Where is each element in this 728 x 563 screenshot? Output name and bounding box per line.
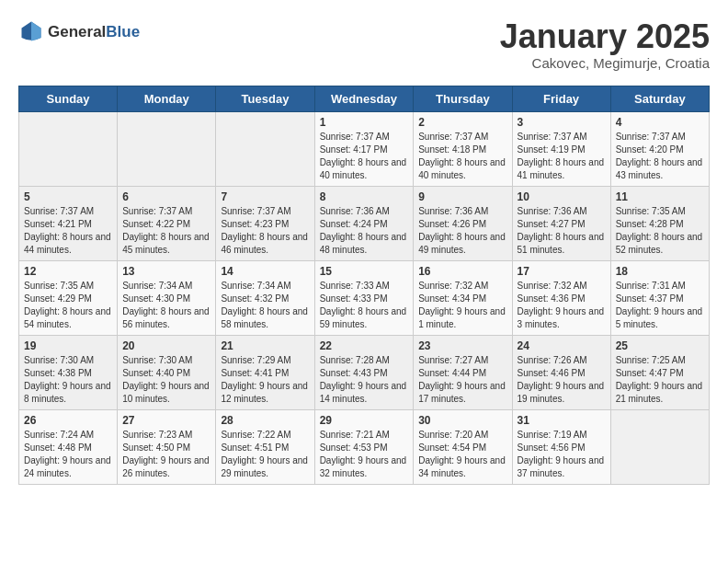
calendar-cell: 13Sunrise: 7:34 AM Sunset: 4:30 PM Dayli… xyxy=(118,260,216,335)
day-number: 10 xyxy=(518,190,606,203)
calendar-table: SundayMondayTuesdayWednesdayThursdayFrid… xyxy=(18,86,710,485)
day-info: Sunrise: 7:23 AM Sunset: 4:50 PM Dayligh… xyxy=(122,429,210,480)
day-number: 27 xyxy=(122,414,210,427)
calendar-cell: 9Sunrise: 7:36 AM Sunset: 4:26 PM Daylig… xyxy=(414,186,512,260)
calendar-subtitle: Cakovec, Megimurje, Croatia xyxy=(500,55,710,71)
day-info: Sunrise: 7:19 AM Sunset: 4:56 PM Dayligh… xyxy=(518,429,606,480)
day-info: Sunrise: 7:37 AM Sunset: 4:21 PM Dayligh… xyxy=(24,205,112,257)
logo-blue-text: Blue xyxy=(106,23,140,40)
calendar-cell xyxy=(19,111,118,186)
day-number: 1 xyxy=(320,116,409,129)
day-info: Sunrise: 7:21 AM Sunset: 4:53 PM Dayligh… xyxy=(320,429,409,480)
week-row-5: 26Sunrise: 7:24 AM Sunset: 4:48 PM Dayli… xyxy=(19,409,710,484)
weekday-header-tuesday: Tuesday xyxy=(216,86,314,111)
day-number: 24 xyxy=(518,339,606,352)
day-number: 8 xyxy=(320,190,409,203)
logo-icon xyxy=(18,18,44,44)
day-info: Sunrise: 7:30 AM Sunset: 4:38 PM Dayligh… xyxy=(24,354,112,406)
day-info: Sunrise: 7:34 AM Sunset: 4:32 PM Dayligh… xyxy=(221,280,309,331)
day-info: Sunrise: 7:30 AM Sunset: 4:40 PM Dayligh… xyxy=(122,354,210,406)
title-block: January 2025 Cakovec, Megimurje, Croatia xyxy=(500,18,710,71)
day-info: Sunrise: 7:24 AM Sunset: 4:48 PM Dayligh… xyxy=(24,429,112,480)
calendar-cell xyxy=(610,409,709,484)
day-number: 21 xyxy=(221,339,309,352)
calendar-cell: 16Sunrise: 7:32 AM Sunset: 4:34 PM Dayli… xyxy=(414,260,512,335)
calendar-title: January 2025 xyxy=(500,18,710,55)
day-number: 11 xyxy=(616,190,704,203)
day-info: Sunrise: 7:37 AM Sunset: 4:23 PM Dayligh… xyxy=(221,205,309,257)
calendar-cell: 10Sunrise: 7:36 AM Sunset: 4:27 PM Dayli… xyxy=(512,186,610,260)
day-info: Sunrise: 7:37 AM Sunset: 4:20 PM Dayligh… xyxy=(616,131,704,182)
calendar-cell: 2Sunrise: 7:37 AM Sunset: 4:18 PM Daylig… xyxy=(414,111,512,186)
week-row-4: 19Sunrise: 7:30 AM Sunset: 4:38 PM Dayli… xyxy=(19,335,710,409)
calendar-cell: 18Sunrise: 7:31 AM Sunset: 4:37 PM Dayli… xyxy=(610,260,709,335)
weekday-header-friday: Friday xyxy=(512,86,610,111)
day-number: 29 xyxy=(320,414,409,427)
calendar-cell: 23Sunrise: 7:27 AM Sunset: 4:44 PM Dayli… xyxy=(414,335,512,409)
day-info: Sunrise: 7:32 AM Sunset: 4:36 PM Dayligh… xyxy=(518,280,606,331)
calendar-cell: 24Sunrise: 7:26 AM Sunset: 4:46 PM Dayli… xyxy=(512,335,610,409)
day-info: Sunrise: 7:27 AM Sunset: 4:44 PM Dayligh… xyxy=(418,354,506,406)
day-info: Sunrise: 7:28 AM Sunset: 4:43 PM Dayligh… xyxy=(320,354,409,406)
day-info: Sunrise: 7:25 AM Sunset: 4:47 PM Dayligh… xyxy=(616,354,704,406)
calendar-cell: 5Sunrise: 7:37 AM Sunset: 4:21 PM Daylig… xyxy=(19,186,118,260)
day-info: Sunrise: 7:37 AM Sunset: 4:17 PM Dayligh… xyxy=(320,131,409,182)
day-number: 3 xyxy=(518,116,606,129)
calendar-cell: 30Sunrise: 7:20 AM Sunset: 4:54 PM Dayli… xyxy=(414,409,512,484)
day-number: 25 xyxy=(616,339,704,352)
day-number: 12 xyxy=(24,265,112,278)
logo-general-text: General xyxy=(48,23,106,40)
day-number: 15 xyxy=(320,265,409,278)
day-number: 28 xyxy=(221,414,309,427)
calendar-cell: 26Sunrise: 7:24 AM Sunset: 4:48 PM Dayli… xyxy=(19,409,118,484)
day-info: Sunrise: 7:32 AM Sunset: 4:34 PM Dayligh… xyxy=(418,280,506,331)
calendar-cell: 25Sunrise: 7:25 AM Sunset: 4:47 PM Dayli… xyxy=(610,335,709,409)
weekday-header-row: SundayMondayTuesdayWednesdayThursdayFrid… xyxy=(19,86,710,111)
calendar-cell: 8Sunrise: 7:36 AM Sunset: 4:24 PM Daylig… xyxy=(314,186,414,260)
day-info: Sunrise: 7:31 AM Sunset: 4:37 PM Dayligh… xyxy=(616,280,704,331)
calendar-cell: 27Sunrise: 7:23 AM Sunset: 4:50 PM Dayli… xyxy=(118,409,216,484)
calendar-cell: 22Sunrise: 7:28 AM Sunset: 4:43 PM Dayli… xyxy=(314,335,414,409)
day-number: 22 xyxy=(320,339,409,352)
day-info: Sunrise: 7:36 AM Sunset: 4:26 PM Dayligh… xyxy=(418,205,506,257)
day-number: 23 xyxy=(418,339,506,352)
day-info: Sunrise: 7:36 AM Sunset: 4:24 PM Dayligh… xyxy=(320,205,409,257)
day-number: 20 xyxy=(122,339,210,352)
day-number: 13 xyxy=(122,265,210,278)
calendar-cell: 31Sunrise: 7:19 AM Sunset: 4:56 PM Dayli… xyxy=(512,409,610,484)
calendar-cell: 7Sunrise: 7:37 AM Sunset: 4:23 PM Daylig… xyxy=(216,186,314,260)
day-number: 19 xyxy=(24,339,112,352)
day-info: Sunrise: 7:37 AM Sunset: 4:18 PM Dayligh… xyxy=(418,131,506,182)
day-info: Sunrise: 7:34 AM Sunset: 4:30 PM Dayligh… xyxy=(122,280,210,331)
calendar-cell: 19Sunrise: 7:30 AM Sunset: 4:38 PM Dayli… xyxy=(19,335,118,409)
calendar-cell: 3Sunrise: 7:37 AM Sunset: 4:19 PM Daylig… xyxy=(512,111,610,186)
weekday-header-saturday: Saturday xyxy=(610,86,709,111)
day-info: Sunrise: 7:29 AM Sunset: 4:41 PM Dayligh… xyxy=(221,354,309,406)
day-number: 9 xyxy=(418,190,506,203)
calendar-cell: 21Sunrise: 7:29 AM Sunset: 4:41 PM Dayli… xyxy=(216,335,314,409)
calendar-cell: 11Sunrise: 7:35 AM Sunset: 4:28 PM Dayli… xyxy=(610,186,709,260)
day-info: Sunrise: 7:22 AM Sunset: 4:51 PM Dayligh… xyxy=(221,429,309,480)
day-number: 26 xyxy=(24,414,112,427)
calendar-cell: 6Sunrise: 7:37 AM Sunset: 4:22 PM Daylig… xyxy=(118,186,216,260)
logo: GeneralBlue xyxy=(18,18,140,44)
calendar-cell: 28Sunrise: 7:22 AM Sunset: 4:51 PM Dayli… xyxy=(216,409,314,484)
calendar-cell: 20Sunrise: 7:30 AM Sunset: 4:40 PM Dayli… xyxy=(118,335,216,409)
calendar-cell: 4Sunrise: 7:37 AM Sunset: 4:20 PM Daylig… xyxy=(610,111,709,186)
calendar-cell: 17Sunrise: 7:32 AM Sunset: 4:36 PM Dayli… xyxy=(512,260,610,335)
day-info: Sunrise: 7:26 AM Sunset: 4:46 PM Dayligh… xyxy=(518,354,606,406)
day-number: 16 xyxy=(418,265,506,278)
day-number: 5 xyxy=(24,190,112,203)
calendar-cell: 29Sunrise: 7:21 AM Sunset: 4:53 PM Dayli… xyxy=(314,409,414,484)
week-row-1: 1Sunrise: 7:37 AM Sunset: 4:17 PM Daylig… xyxy=(19,111,710,186)
page-header: GeneralBlue January 2025 Cakovec, Megimu… xyxy=(18,18,710,71)
calendar-cell: 15Sunrise: 7:33 AM Sunset: 4:33 PM Dayli… xyxy=(314,260,414,335)
day-info: Sunrise: 7:37 AM Sunset: 4:22 PM Dayligh… xyxy=(122,205,210,257)
day-info: Sunrise: 7:20 AM Sunset: 4:54 PM Dayligh… xyxy=(418,429,506,480)
day-number: 14 xyxy=(221,265,309,278)
calendar-cell: 12Sunrise: 7:35 AM Sunset: 4:29 PM Dayli… xyxy=(19,260,118,335)
weekday-header-monday: Monday xyxy=(118,86,216,111)
weekday-header-sunday: Sunday xyxy=(19,86,118,111)
day-info: Sunrise: 7:35 AM Sunset: 4:28 PM Dayligh… xyxy=(616,205,704,257)
day-number: 2 xyxy=(418,116,506,129)
